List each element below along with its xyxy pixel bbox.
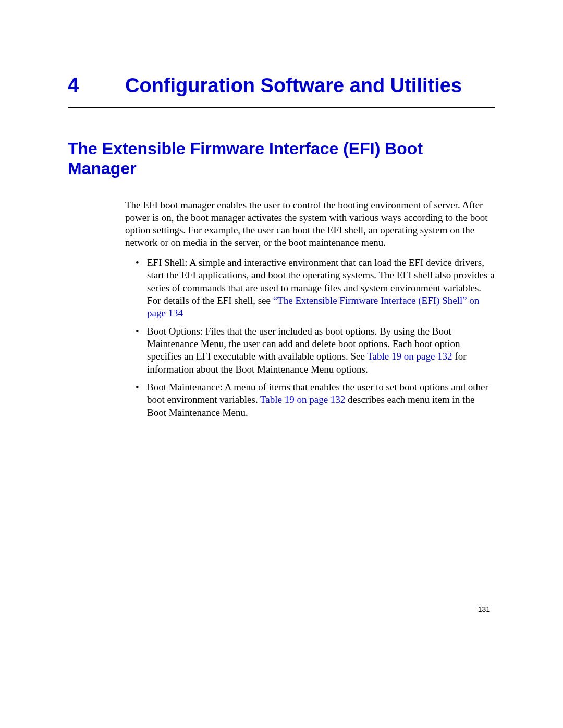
list-item: Boot Maintenance: A menu of items that e… [147, 381, 495, 419]
page-content: 4 Configuration Software and Utilities T… [0, 0, 563, 419]
cross-reference-link[interactable]: Table 19 on page 132 [367, 351, 452, 362]
section-intro: The EFI boot manager enables the user to… [125, 199, 495, 249]
page-number: 131 [478, 605, 490, 613]
list-item: Boot Options: Files that the user includ… [147, 325, 495, 376]
cross-reference-link[interactable]: Table 19 on page 132 [260, 394, 345, 405]
bullet-list: EFI Shell: A simple and interactive envi… [125, 256, 495, 419]
section-title: The Extensible Firmware Interface (EFI) … [68, 139, 495, 179]
chapter-number: 4 [68, 74, 125, 96]
chapter-header: 4 Configuration Software and Utilities [68, 74, 495, 108]
list-item: EFI Shell: A simple and interactive envi… [147, 256, 495, 320]
chapter-title: Configuration Software and Utilities [125, 74, 462, 97]
